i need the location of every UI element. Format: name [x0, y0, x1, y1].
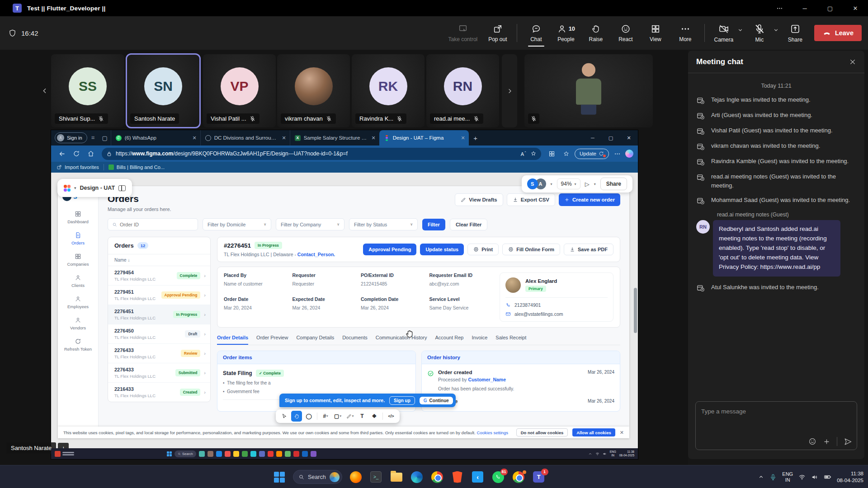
view-button[interactable]: View — [641, 19, 670, 47]
participant-tile-active-speaker[interactable]: SN Santosh Narate — [127, 54, 200, 127]
emoji-icon[interactable] — [808, 437, 816, 446]
tab-close-icon[interactable]: ✕ — [282, 135, 286, 141]
start-button[interactable] — [273, 470, 286, 484]
order-row[interactable]: 2216433TL Flex Holdings LLC Created › — [108, 383, 210, 402]
contact-email[interactable]: alex@vstatefilings.com — [505, 311, 608, 317]
home-icon[interactable] — [85, 147, 97, 160]
people-button[interactable]: 10 People — [552, 19, 580, 47]
sidebar-item-orders[interactable]: Orders — [71, 232, 85, 245]
browser-tab-active[interactable]: Design - UAT – Figma ✕ — [379, 130, 469, 145]
share-button[interactable]: Share — [781, 19, 810, 47]
hand-tool-icon[interactable] — [291, 411, 302, 422]
participant-tile[interactable]: SS Shivani Sup... — [51, 54, 124, 127]
sidebar-item-refresh-token[interactable]: Refresh Token — [64, 338, 92, 352]
approval-pending-button[interactable]: Approval Pending — [363, 244, 416, 255]
app-icon[interactable] — [276, 451, 282, 457]
browser-maximize-button[interactable]: ▢ — [602, 130, 620, 145]
browser-tab[interactable]: (6) WhatsApp ✕ — [111, 130, 200, 145]
app-icon[interactable] — [199, 451, 205, 457]
collaborator-avatar[interactable]: S — [527, 178, 538, 189]
import-favorites-button[interactable]: Import favorites — [57, 164, 99, 170]
sidebar-item-dashboard[interactable]: Dashboard — [67, 211, 88, 224]
google-continue-button[interactable]: G Continue — [420, 397, 453, 404]
shared-language-indicator[interactable]: ENGIN — [610, 450, 616, 457]
app-icon[interactable] — [268, 451, 274, 457]
read-aloud-icon[interactable]: A⌃ — [521, 151, 527, 157]
component-tool-icon[interactable]: ❖ — [369, 411, 380, 422]
shared-start-button[interactable] — [167, 451, 172, 456]
brave-icon[interactable] — [451, 470, 464, 484]
app-icon[interactable] — [225, 451, 231, 457]
zoom-control[interactable]: 94%▾ — [557, 178, 580, 189]
contact-person-link[interactable]: Contact_Person. — [297, 252, 335, 257]
app-icon[interactable] — [311, 451, 316, 457]
clear-filter-button[interactable]: Clear Filter — [450, 219, 487, 230]
vscode-icon[interactable]: ‹ — [471, 470, 485, 484]
react-button[interactable]: React — [611, 19, 640, 47]
edge-icon[interactable] — [410, 470, 424, 484]
browser-tab[interactable]: DC Divisions and Surroundings ✕ — [200, 130, 290, 145]
prototype-play-icon[interactable]: ▷ — [585, 181, 590, 188]
mic-button[interactable]: Mic — [745, 19, 774, 47]
deny-cookies-button[interactable]: Do not allow cookies — [516, 428, 568, 436]
dev-mode-toggle-icon[interactable]: </> — [386, 411, 396, 422]
taskbar-clock[interactable]: 11:3808-04-2025 — [837, 470, 863, 484]
app-icon[interactable] — [293, 451, 299, 457]
order-row[interactable]: 2279454TL Flex Holdings LLC Complete › — [108, 266, 210, 286]
window-close-button[interactable]: ✕ — [843, 0, 868, 16]
tray-chevron-icon[interactable] — [588, 452, 592, 456]
order-row[interactable]: 2276433TL Flex Holdings LLC Review › — [108, 344, 210, 363]
app-icon[interactable] — [250, 451, 256, 457]
workspaces-icon[interactable]: ⌗ — [87, 132, 99, 144]
save-as-pdf-button[interactable]: Save as PDF — [564, 244, 613, 255]
firefox-icon[interactable] — [349, 470, 363, 484]
favorite-star-icon[interactable] — [530, 150, 537, 157]
shared-search-box[interactable]: Search — [175, 450, 196, 457]
filter-company-dropdown[interactable]: Filter by Company∨ — [276, 218, 344, 230]
chrome-icon[interactable] — [430, 470, 444, 484]
participant-tile[interactable]: RK Ravindra K... — [352, 54, 425, 127]
tab-close-icon[interactable]: ✕ — [371, 135, 375, 141]
chat-compose-box[interactable] — [695, 401, 857, 450]
move-tool-icon[interactable] — [279, 411, 290, 422]
participant-tile[interactable]: RN read.ai mee... — [426, 54, 499, 127]
order-row[interactable]: 2279451TL Flex Holdings LLC Approval Pen… — [108, 286, 210, 305]
browser-update-button[interactable]: Update — [575, 149, 609, 159]
frame-tool-icon[interactable]: #▾ — [320, 411, 331, 422]
view-drafts-button[interactable]: View Drafts — [455, 193, 503, 206]
layout-toggle-icon[interactable] — [118, 185, 126, 191]
app-icon[interactable] — [302, 451, 308, 457]
teams-taskbar-icon[interactable]: T 1 — [532, 470, 546, 484]
refresh-icon[interactable] — [70, 147, 83, 160]
allow-cookies-button[interactable]: Allow all cookies — [572, 428, 615, 436]
window-more-icon[interactable] — [767, 0, 792, 16]
send-icon[interactable] — [844, 437, 852, 446]
create-new-order-button[interactable]: Create new order — [559, 193, 620, 206]
copilot-icon[interactable] — [625, 150, 633, 158]
attach-plus-icon[interactable] — [823, 438, 830, 446]
pen-tool-icon[interactable]: ▾ — [344, 411, 355, 422]
window-minimize-button[interactable]: ─ — [792, 0, 817, 16]
sidebar-item-vendors[interactable]: Vendors — [70, 317, 86, 330]
browser-profile-icon[interactable] — [512, 470, 525, 484]
speaker-icon[interactable] — [811, 474, 818, 481]
app-icon[interactable] — [216, 451, 222, 457]
bookmark-item[interactable]: Bills | Billing and Co... — [108, 164, 165, 170]
back-icon[interactable] — [56, 147, 68, 160]
camera-button[interactable]: Camera — [709, 19, 738, 47]
chat-button[interactable]: Chat — [522, 19, 551, 47]
comment-tool-icon[interactable]: ◯ — [303, 411, 314, 422]
update-status-button[interactable]: Update status — [420, 244, 464, 255]
sidebar-item-companies[interactable]: Companies — [67, 253, 89, 267]
file-explorer-icon[interactable] — [390, 470, 403, 484]
cookie-close-icon[interactable]: ✕ — [620, 430, 624, 436]
chat-message-list[interactable]: Today 11:21 Tejas Ingle was invited to t… — [688, 74, 864, 396]
filter-domicile-dropdown[interactable]: Filter by Domicile∨ — [203, 218, 271, 230]
tab-communication-history[interactable]: Communication History — [376, 335, 427, 345]
strip-scroll-right-button[interactable] — [502, 54, 517, 127]
raise-hand-button[interactable]: Raise — [581, 19, 610, 47]
customer-name-link[interactable]: Customer_Name — [468, 377, 506, 382]
sidebar-item-clients[interactable]: Clients — [71, 274, 85, 288]
app-icon[interactable] — [242, 451, 248, 457]
scrollbar-thumb[interactable] — [634, 288, 637, 333]
